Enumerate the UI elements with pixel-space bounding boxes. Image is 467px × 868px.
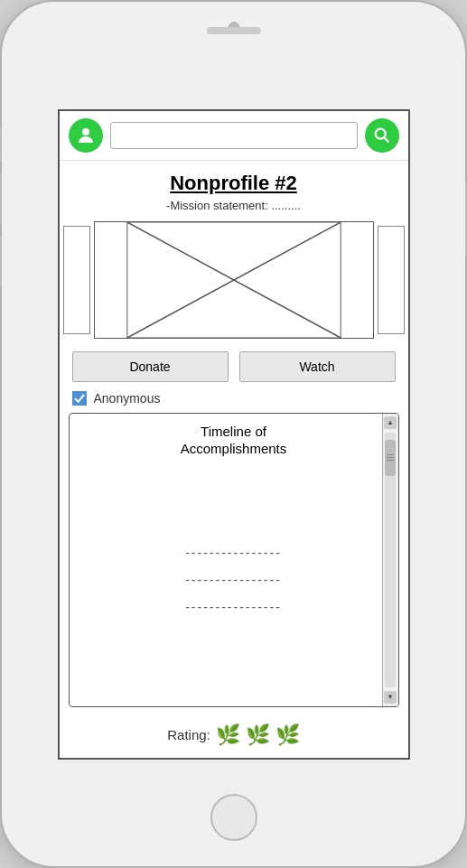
timeline-entry-1: ----------------	[185, 546, 282, 560]
mission-text: -Mission statement: .........	[69, 199, 399, 212]
rating-row: Rating: 🌿 🌿 🌿	[60, 716, 408, 758]
phone-side-btn-2	[0, 173, 2, 224]
anonymous-label: Anonymous	[94, 391, 161, 406]
scrollbar-thumb[interactable]	[385, 440, 396, 476]
watch-button[interactable]: Watch	[239, 351, 396, 382]
svg-point-0	[82, 128, 89, 135]
action-buttons: Donate Watch	[60, 342, 408, 391]
person-icon	[75, 125, 97, 146]
phone-side-btn-3	[0, 237, 2, 287]
timeline-scrollbar[interactable]: ▲ ▼	[382, 414, 398, 706]
phone-speaker	[207, 27, 261, 34]
magnifier-icon	[372, 126, 392, 145]
anonymous-row: Anonymous	[60, 391, 408, 413]
title-section: Nonprofile #2 -Mission statement: ......…	[60, 161, 408, 218]
svg-point-1	[375, 128, 385, 138]
rating-label: Rating:	[167, 727, 210, 742]
phone-side-btn	[0, 128, 2, 161]
timeline-content: ---------------- ---------------- ------…	[70, 463, 398, 706]
phone-shell: Nonprofile #2 -Mission statement: ......…	[0, 0, 467, 868]
header-bar	[60, 111, 408, 161]
anonymous-checkbox[interactable]	[72, 391, 87, 406]
carousel-prev[interactable]	[63, 226, 90, 334]
donate-button[interactable]: Donate	[72, 351, 229, 382]
timeline-entry-2: ----------------	[185, 573, 282, 587]
timeline-entry-3: ----------------	[185, 600, 282, 614]
phone-screen: Nonprofile #2 -Mission statement: ......…	[58, 109, 410, 760]
carousel-image	[94, 221, 374, 339]
checkmark-icon	[74, 393, 85, 404]
scrollbar-track	[385, 433, 396, 687]
thumb-line-2	[387, 457, 394, 458]
rating-leaf-2: 🌿	[246, 723, 270, 747]
rating-leaf-3: 🌿	[276, 723, 300, 747]
placeholder-image	[95, 222, 373, 338]
timeline-box: Timeline of Accomplishments ------------…	[69, 413, 399, 707]
carousel-next[interactable]	[378, 226, 405, 334]
search-input[interactable]	[110, 122, 358, 149]
timeline-title: Timeline of Accomplishments	[70, 414, 398, 463]
thumb-line-3	[387, 460, 394, 461]
thumb-line-1	[387, 454, 394, 455]
org-title: Nonprofile #2	[69, 172, 399, 195]
carousel-area	[60, 218, 408, 342]
rating-leaf-1: 🌿	[216, 723, 240, 747]
home-button[interactable]	[210, 794, 257, 841]
scrollbar-down-arrow[interactable]: ▼	[384, 691, 397, 704]
search-icon-button[interactable]	[365, 118, 399, 153]
profile-icon-button[interactable]	[69, 118, 103, 153]
scrollbar-up-arrow[interactable]: ▲	[384, 416, 397, 429]
svg-line-2	[384, 137, 388, 142]
